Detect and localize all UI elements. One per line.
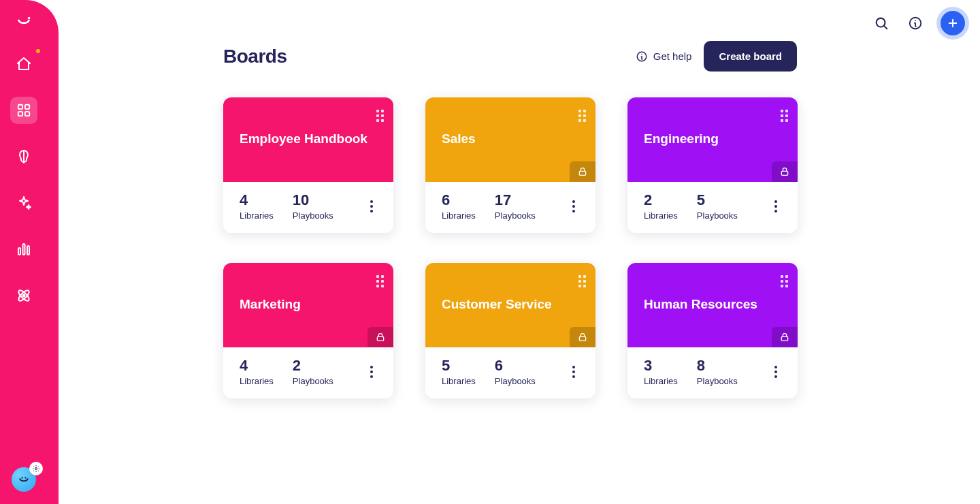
board-name: Sales	[442, 131, 579, 147]
card-menu-button[interactable]	[366, 362, 377, 382]
svg-rect-3	[18, 112, 22, 116]
get-help-button[interactable]: Get help	[636, 50, 692, 63]
stat-playbooks-label: Playbooks	[293, 210, 333, 221]
board-card-header: Engineering	[627, 97, 798, 182]
stat-libraries: 4Libraries	[240, 357, 274, 386]
drag-handle-icon[interactable]	[376, 275, 384, 287]
lock-icon	[368, 327, 393, 347]
lock-icon	[772, 327, 798, 347]
stat-libraries: 5Libraries	[442, 357, 476, 386]
sidebar-profile[interactable]	[0, 467, 48, 492]
page-header: Boards Get help Create board	[223, 41, 797, 72]
card-menu-button[interactable]	[366, 196, 377, 217]
board-stats: 4Libraries2Playbooks	[223, 347, 393, 398]
svg-rect-1	[18, 105, 22, 109]
stat-playbooks: 17Playbooks	[495, 191, 536, 221]
board-name: Marketing	[240, 297, 377, 313]
sidebar-item-analytics[interactable]	[10, 236, 37, 263]
stat-playbooks: 8Playbooks	[697, 357, 738, 386]
board-card-header: Human Resources	[627, 263, 798, 347]
board-stats: 5Libraries6Playbooks	[425, 347, 595, 398]
stat-libraries-label: Libraries	[644, 376, 678, 386]
lock-icon	[570, 327, 595, 347]
drag-handle-icon[interactable]	[781, 275, 788, 287]
stat-libraries-label: Libraries	[240, 210, 274, 221]
stat-libraries-count: 6	[442, 191, 476, 209]
get-help-label: Get help	[653, 50, 692, 62]
page-title: Boards	[223, 46, 287, 67]
board-stats: 3Libraries8Playbooks	[627, 347, 798, 398]
notification-dot-icon	[36, 49, 40, 53]
svg-point-0	[28, 17, 30, 19]
sidebar-nav	[0, 50, 53, 309]
board-name: Customer Service	[442, 297, 579, 313]
stat-libraries-count: 4	[240, 357, 274, 375]
board-name: Engineering	[644, 131, 781, 147]
svg-rect-4	[25, 112, 29, 116]
board-card[interactable]: Customer Service5Libraries6Playbooks	[425, 263, 595, 398]
drag-handle-icon[interactable]	[578, 275, 586, 287]
svg-rect-18	[781, 171, 787, 175]
board-name: Human Resources	[644, 297, 781, 313]
svg-point-11	[21, 477, 22, 478]
stat-playbooks: 10Playbooks	[293, 191, 333, 221]
card-menu-button[interactable]	[770, 362, 781, 382]
stat-libraries: 3Libraries	[644, 357, 678, 386]
svg-rect-19	[377, 336, 383, 341]
sidebar	[0, 0, 59, 504]
stat-playbooks-count: 5	[697, 191, 738, 209]
svg-rect-7	[27, 246, 29, 255]
svg-point-13	[35, 468, 37, 470]
drag-handle-icon[interactable]	[578, 110, 586, 122]
header-actions: Get help Create board	[636, 41, 797, 72]
stat-playbooks-label: Playbooks	[697, 210, 738, 221]
board-card-header: Employee Handbook	[223, 97, 393, 182]
svg-rect-2	[25, 105, 29, 109]
main-content: Boards Get help Create board Employee Ha…	[59, 0, 980, 504]
create-board-button[interactable]: Create board	[704, 41, 797, 72]
stat-playbooks-label: Playbooks	[697, 376, 738, 386]
stat-playbooks-count: 8	[697, 357, 738, 375]
lock-icon	[570, 161, 595, 182]
stat-libraries-count: 4	[240, 191, 274, 209]
stat-playbooks: 2Playbooks	[293, 357, 333, 386]
sidebar-item-sparkles[interactable]	[10, 189, 37, 217]
board-card[interactable]: Human Resources3Libraries8Playbooks	[627, 263, 798, 398]
stat-playbooks: 5Playbooks	[697, 191, 738, 221]
stat-libraries: 4Libraries	[240, 191, 274, 221]
stat-libraries: 6Libraries	[442, 191, 476, 221]
stat-libraries-count: 2	[644, 191, 678, 209]
svg-rect-17	[579, 171, 585, 175]
sidebar-item-atom[interactable]	[10, 282, 37, 309]
board-name: Employee Handbook	[240, 131, 377, 147]
card-menu-button[interactable]	[770, 196, 781, 217]
stat-libraries: 2Libraries	[644, 191, 678, 221]
board-card[interactable]: Engineering2Libraries5Playbooks	[627, 97, 798, 233]
svg-rect-5	[18, 248, 20, 255]
stat-libraries-label: Libraries	[644, 210, 678, 221]
svg-rect-21	[781, 336, 787, 341]
board-card[interactable]: Marketing4Libraries2Playbooks	[223, 263, 393, 398]
board-stats: 4Libraries10Playbooks	[223, 182, 393, 233]
stat-playbooks-label: Playbooks	[495, 210, 536, 221]
card-menu-button[interactable]	[568, 196, 579, 217]
board-card[interactable]: Sales6Libraries17Playbooks	[425, 97, 595, 233]
board-stats: 2Libraries5Playbooks	[627, 182, 798, 233]
stat-libraries-count: 5	[442, 357, 476, 375]
lock-icon	[772, 161, 798, 182]
sidebar-item-boards[interactable]	[10, 97, 37, 124]
sidebar-item-brain[interactable]	[10, 143, 37, 170]
card-menu-button[interactable]	[568, 362, 579, 382]
stat-playbooks-count: 17	[495, 191, 536, 209]
sidebar-item-home[interactable]	[10, 50, 37, 78]
svg-rect-20	[579, 336, 585, 341]
board-card[interactable]: Employee Handbook4Libraries10Playbooks	[223, 97, 393, 233]
board-stats: 6Libraries17Playbooks	[425, 182, 595, 233]
svg-rect-6	[23, 244, 25, 255]
info-icon	[636, 50, 648, 63]
drag-handle-icon[interactable]	[781, 110, 788, 122]
stat-libraries-count: 3	[644, 357, 678, 375]
stat-libraries-label: Libraries	[240, 376, 274, 386]
drag-handle-icon[interactable]	[376, 110, 384, 122]
stat-playbooks-label: Playbooks	[293, 376, 333, 386]
